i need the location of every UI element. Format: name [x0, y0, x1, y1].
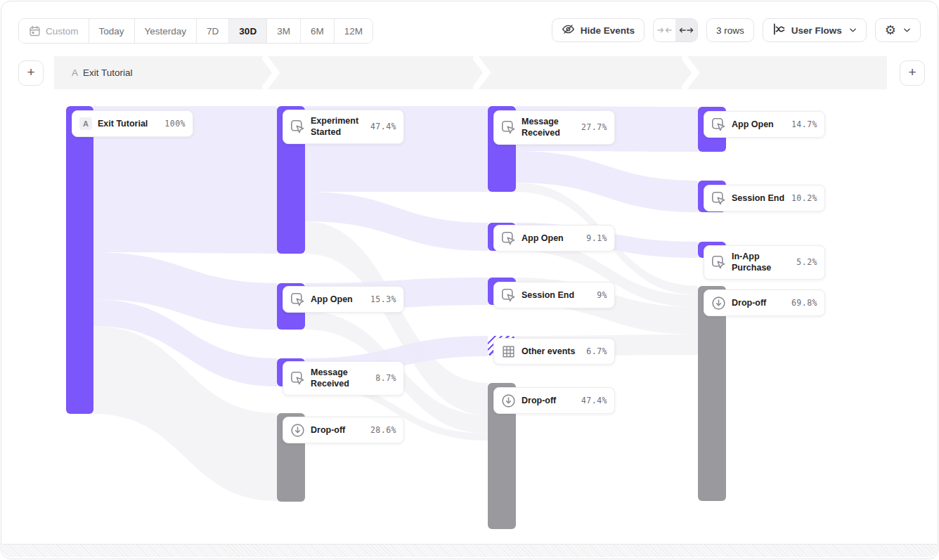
node-percent: 69.8% [791, 298, 817, 308]
node-label: Session End [522, 289, 591, 301]
node-card-drop-off[interactable]: Drop-off69.8% [704, 289, 825, 316]
sankey-link [93, 299, 277, 386]
sankey-flows [1, 1, 938, 559]
drop-off-icon [290, 423, 305, 438]
node-percent: 9% [597, 290, 607, 300]
user-flows-app: CustomTodayYesterday7D30D3M6M12M Hide Ev… [1, 1, 938, 559]
event-icon [711, 117, 726, 132]
node-percent: 6.7% [586, 346, 607, 356]
node-label: In-App Purchase [732, 251, 791, 274]
node-card-exit-tutorial[interactable]: AExit Tutorial100% [72, 110, 193, 137]
node-percent: 9.1% [586, 233, 607, 243]
node-card-experiment-started[interactable]: Experiment Started47.4% [283, 110, 404, 144]
series-badge: A [79, 117, 92, 130]
node-card-in-app-purchase[interactable]: In-App Purchase5.2% [704, 245, 825, 280]
event-icon [711, 255, 726, 270]
node-card-message-received[interactable]: Message Received8.7% [283, 361, 404, 396]
node-card-drop-off[interactable]: Drop-off47.4% [493, 387, 615, 414]
node-percent: 8.7% [375, 373, 396, 383]
event-icon [290, 119, 305, 134]
event-icon [501, 288, 516, 303]
event-icon [501, 231, 516, 246]
node-percent: 10.2% [791, 193, 817, 203]
event-icon [290, 371, 305, 386]
node-label: App Open [311, 294, 365, 305]
node-label: Drop-off [732, 297, 786, 308]
event-icon [501, 120, 516, 135]
node-percent: 5.2% [796, 257, 817, 267]
node-label: Message Received [311, 367, 370, 390]
node-percent: 28.6% [370, 425, 396, 435]
drop-off-icon [501, 393, 516, 408]
node-label: Drop-off [311, 424, 365, 436]
node-card-app-open[interactable]: App Open9.1% [493, 225, 615, 252]
node-label: App Open [522, 233, 581, 244]
node-card-drop-off[interactable]: Drop-off28.6% [283, 417, 404, 443]
event-icon [290, 292, 305, 307]
sankey-link [93, 326, 277, 501]
node-card-app-open[interactable]: App Open14.7% [704, 111, 825, 138]
sankey-link [305, 192, 488, 251]
drop-off-icon [711, 296, 726, 311]
node-card-session-end[interactable]: Session End10.2% [704, 185, 825, 211]
grid-icon [501, 344, 516, 359]
node-card-other-events[interactable]: Other events6.7% [493, 338, 615, 365]
node-bar-exit-tutorial[interactable] [66, 106, 93, 414]
node-label: Session End [732, 193, 786, 204]
footer-resize-strip[interactable] [2, 544, 937, 557]
node-percent: 47.4% [370, 122, 396, 131]
node-label: Drop-off [522, 395, 576, 406]
node-percent: 27.7% [581, 122, 607, 132]
node-percent: 15.3% [370, 294, 396, 304]
node-percent: 14.7% [791, 119, 817, 129]
event-icon [711, 191, 726, 206]
node-percent: 47.4% [581, 396, 607, 405]
sankey-stage: AExit Tutorial100%Experiment Started47.4… [1, 1, 938, 559]
node-label: Message Received [522, 116, 576, 139]
node-label: Other events [522, 346, 581, 357]
sankey-link [93, 252, 277, 330]
node-percent: 100% [164, 119, 186, 129]
node-label: Exit Tutorial [98, 118, 159, 129]
node-card-session-end[interactable]: Session End9% [493, 282, 615, 308]
node-label: App Open [732, 119, 786, 130]
node-card-app-open[interactable]: App Open15.3% [283, 286, 404, 313]
node-card-message-received[interactable]: Message Received27.7% [493, 110, 615, 145]
sankey-link [516, 151, 698, 212]
node-label: Experiment Started [311, 115, 365, 138]
node-bar-drop-off[interactable] [698, 286, 726, 501]
